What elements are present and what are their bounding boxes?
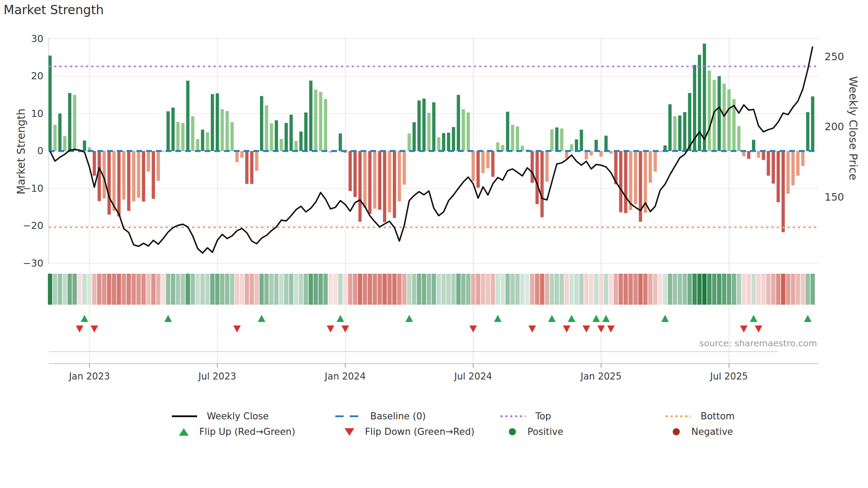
- heatmap-cell: [62, 274, 67, 305]
- legend-label: Baseline (0): [370, 411, 426, 422]
- flip-down-marker: [755, 325, 762, 333]
- heatmap-cell: [638, 274, 643, 305]
- heatmap-cell: [422, 274, 426, 305]
- heatmap-cell: [383, 274, 387, 305]
- strength-bar: [319, 92, 322, 151]
- flip-up-marker: [406, 315, 413, 322]
- heatmap-cell: [333, 274, 337, 305]
- strength-bar: [771, 151, 775, 184]
- legend-item-bottom: Bottom: [666, 411, 735, 422]
- heatmap-cell: [619, 274, 623, 305]
- strength-bar: [97, 151, 101, 201]
- heatmap-cell: [796, 274, 800, 305]
- strength-bar: [186, 81, 189, 151]
- flip-down-marker: [563, 325, 570, 333]
- heatmap-cell: [614, 274, 618, 305]
- heatmap-cell: [481, 274, 485, 305]
- strength-bar: [245, 151, 248, 184]
- heatmap-cell: [456, 274, 461, 305]
- heatmap-cell: [496, 274, 500, 305]
- heatmap-cell: [264, 274, 269, 305]
- strength-bar: [432, 102, 435, 151]
- heatmap-cell: [609, 274, 613, 305]
- legend-label: Weekly Close: [207, 411, 269, 422]
- flip-down-marker: [607, 325, 615, 333]
- heatmap-cell: [269, 274, 274, 305]
- strength-bar: [545, 151, 548, 182]
- legend-item-positive: Positive: [509, 426, 563, 437]
- heatmap-cell: [102, 274, 106, 305]
- strength-bar: [447, 133, 450, 151]
- heatmap-cell: [112, 274, 116, 305]
- strength-bar: [717, 76, 721, 151]
- flip-down-marker: [76, 325, 83, 333]
- heatmap-cell: [48, 274, 52, 305]
- strength-bar: [73, 95, 76, 151]
- strength-bar: [142, 151, 145, 201]
- strength-bar: [595, 140, 598, 151]
- heatmap-cell: [171, 274, 175, 305]
- flip-up-marker: [164, 315, 172, 322]
- heatmap-cell: [73, 274, 77, 305]
- heatmap-cell: [510, 274, 515, 305]
- strength-bar: [206, 132, 209, 151]
- strength-bar: [535, 151, 539, 204]
- strength-bar: [373, 151, 376, 209]
- strength-bar: [314, 89, 317, 151]
- heatmap-cell: [687, 274, 692, 305]
- heatmap-cell: [442, 274, 446, 305]
- strength-bar: [240, 151, 244, 158]
- heatmap-cell: [289, 274, 293, 305]
- heatmap-cell: [570, 274, 574, 305]
- heatmap-cell: [663, 274, 667, 305]
- strength-bar: [683, 112, 686, 151]
- strength-bar: [442, 133, 445, 151]
- strength-bar: [516, 126, 519, 151]
- heatmap-cell: [377, 274, 382, 305]
- strength-bar: [162, 151, 165, 152]
- legend-item-flip-down: Flip Down (Green→Red): [345, 426, 474, 437]
- flip-down-marker: [90, 325, 98, 333]
- heatmap-cell: [299, 274, 303, 305]
- strength-bar: [285, 123, 288, 151]
- heatmap-cell: [461, 274, 465, 305]
- heatmap-cell: [407, 274, 411, 305]
- strength-bar: [83, 140, 86, 151]
- strength-bar: [112, 151, 116, 211]
- strength-bar: [393, 151, 396, 218]
- heatmap-cell: [491, 274, 495, 305]
- strength-bar: [299, 132, 302, 151]
- heatmap-cell: [353, 274, 357, 305]
- heatmap-cell: [471, 274, 476, 305]
- strength-bar: [481, 151, 484, 173]
- strength-bar: [550, 129, 554, 151]
- heatmap-cell: [402, 274, 407, 305]
- heatmap-cell: [702, 274, 707, 305]
- strength-bar: [668, 104, 671, 151]
- legend-item-baseline: Baseline (0): [335, 411, 426, 422]
- strength-bar: [235, 151, 238, 162]
- heatmap-cell: [392, 274, 397, 305]
- heatmap-cell: [328, 274, 333, 305]
- strength-bar: [496, 143, 499, 151]
- strength-bar: [265, 105, 268, 151]
- heatmap-cell: [166, 274, 170, 305]
- strength-bar: [531, 151, 534, 183]
- heatmap-cell: [260, 274, 264, 305]
- strength-bar: [117, 151, 120, 217]
- heatmap-cell: [136, 274, 141, 305]
- heatmap-cell: [348, 274, 353, 305]
- strength-bar: [147, 151, 150, 171]
- heatmap-cell: [201, 274, 205, 305]
- heatmap-cell: [87, 274, 92, 305]
- heatmap-cell: [722, 274, 726, 305]
- strength-bar: [339, 133, 342, 151]
- strength-bar: [604, 136, 608, 151]
- flip-down-marker: [740, 325, 748, 333]
- strength-bar: [368, 151, 371, 214]
- legend-label: Flip Up (Red→Green): [199, 426, 295, 437]
- heatmap-cell: [279, 274, 283, 305]
- strength-bar: [467, 112, 470, 151]
- heatmap-cell: [161, 274, 166, 305]
- heatmap-cell: [752, 274, 756, 305]
